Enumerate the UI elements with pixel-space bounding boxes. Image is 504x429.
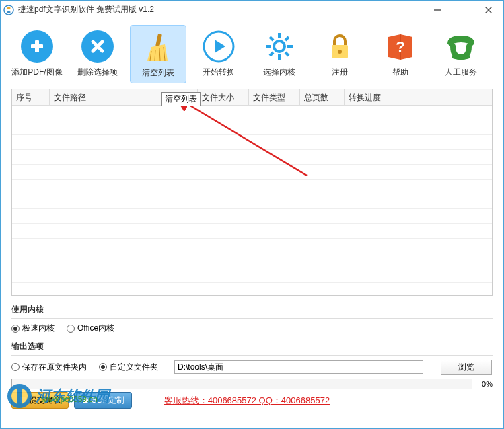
support-button[interactable]: 人工服务: [433, 25, 489, 83]
svg-point-26: [338, 50, 342, 54]
table-row: [12, 165, 492, 180]
watermark-url: www.pc0359.cn: [41, 395, 98, 404]
app-icon: [3, 5, 14, 15]
window-controls: [431, 3, 501, 17]
help-button[interactable]: ? 帮助: [372, 25, 429, 83]
hotline-text[interactable]: 客服热线：4006685572 QQ：4006685572: [164, 395, 330, 407]
window-title: 捷速pdf文字识别软件 免费试用版 v1.2: [18, 4, 431, 15]
add-pdf-button[interactable]: 添加PDF/图像: [9, 25, 65, 83]
minimize-button[interactable]: [431, 3, 444, 17]
kernel-section: 使用内核 极速内核 Office内核: [11, 301, 493, 334]
tooltip: 清空列表: [161, 92, 201, 106]
file-table: 序号 文件路径 文件大小 文件类型 总页数 转换进度 清空列表: [11, 89, 493, 296]
table-row: [12, 209, 492, 224]
play-icon: [203, 30, 235, 63]
svg-line-24: [270, 52, 273, 56]
gear-icon: [263, 30, 295, 63]
svg-point-28: [452, 54, 470, 60]
svg-rect-6: [31, 44, 43, 48]
svg-rect-35: [17, 388, 22, 404]
col-type[interactable]: 文件类型: [249, 89, 300, 105]
svg-rect-2: [460, 7, 466, 13]
radio-office-kernel[interactable]: Office内核: [67, 323, 114, 334]
table-row: [12, 239, 492, 254]
output-path-input[interactable]: [174, 360, 423, 374]
table-row: [12, 224, 492, 239]
select-kernel-button[interactable]: 选择内核: [251, 25, 308, 83]
table-row: [12, 180, 492, 194]
maximize-button[interactable]: [456, 3, 470, 17]
table-row: [12, 268, 492, 283]
table-row: [12, 254, 492, 268]
broom-icon: [142, 31, 174, 63]
toolbar: 添加PDF/图像 删除选择项 清空列表 开始转换 选择内核 注册 ? 帮助 人工…: [1, 20, 503, 86]
col-size[interactable]: 文件大小: [198, 89, 249, 105]
kernel-title: 使用内核: [11, 301, 493, 319]
clear-list-button[interactable]: 清空列表: [130, 25, 186, 83]
table-row: [12, 194, 492, 209]
table-header: 序号 文件路径 文件大小 文件类型 总页数 转换进度: [12, 89, 492, 106]
watermark-logo-icon: [6, 383, 33, 410]
svg-text:?: ?: [396, 38, 404, 55]
svg-point-0: [4, 5, 13, 15]
col-pages[interactable]: 总页数: [300, 89, 345, 105]
close-button[interactable]: [482, 3, 495, 17]
svg-point-16: [274, 41, 285, 52]
phone-icon: [445, 32, 477, 61]
radio-custom-folder[interactable]: 自定义文件夹: [99, 362, 158, 373]
titlebar: 捷速pdf文字识别软件 免费试用版 v1.2: [1, 1, 503, 20]
browse-button[interactable]: 浏览: [441, 360, 492, 375]
svg-line-21: [270, 37, 273, 40]
col-progress[interactable]: 转换进度: [345, 89, 492, 105]
output-section: 输出选项 保存在原文件夹内 自定义文件夹 浏览: [11, 338, 493, 375]
output-title: 输出选项: [11, 338, 493, 356]
table-row: [12, 120, 492, 135]
radio-save-original[interactable]: 保存在原文件夹内: [11, 362, 87, 373]
table-row: [12, 135, 492, 150]
progress-percent: 0%: [476, 380, 493, 388]
x-icon: [90, 39, 105, 54]
plus-icon: [28, 38, 46, 55]
table-body: [12, 106, 492, 297]
delete-button[interactable]: 删除选择项: [69, 25, 126, 83]
table-row: [12, 106, 492, 120]
svg-line-23: [285, 37, 289, 40]
start-convert-button[interactable]: 开始转换: [190, 25, 247, 83]
radio-fast-kernel[interactable]: 极速内核: [11, 323, 55, 334]
col-index[interactable]: 序号: [12, 89, 50, 105]
register-button[interactable]: 注册: [312, 25, 368, 83]
help-icon: ?: [384, 30, 417, 63]
table-row: [12, 150, 492, 165]
svg-line-22: [285, 52, 289, 56]
svg-marker-15: [215, 40, 225, 53]
lock-icon: [325, 32, 355, 61]
